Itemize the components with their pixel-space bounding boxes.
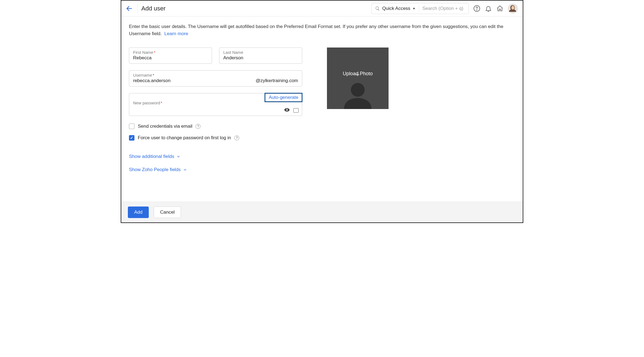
force-change-checkbox[interactable] bbox=[129, 135, 134, 141]
home-button[interactable] bbox=[496, 5, 503, 12]
intro-text: Enter the basic user details. The Userna… bbox=[129, 23, 515, 38]
name-row: First Name* Last Name bbox=[129, 48, 302, 64]
back-button[interactable] bbox=[125, 4, 133, 13]
required-asterisk: * bbox=[154, 50, 155, 55]
upload-photo-label: Upload Photo bbox=[343, 71, 373, 77]
help-button[interactable] bbox=[473, 5, 480, 12]
first-name-field[interactable]: First Name* bbox=[129, 48, 212, 64]
chevron-down-icon bbox=[183, 168, 187, 172]
last-name-label: Last Name bbox=[223, 50, 298, 55]
upload-photo-box[interactable]: ＋ Upload Photo bbox=[327, 48, 389, 109]
form-column: First Name* Last Name Username* @zylkert… bbox=[129, 48, 302, 172]
notifications-button[interactable] bbox=[485, 5, 492, 12]
show-zoho-fields-toggle[interactable]: Show Zoho People fields bbox=[129, 167, 302, 172]
password-field[interactable]: Auto-generate New password* bbox=[129, 93, 302, 116]
help-tooltip-icon[interactable]: ? bbox=[196, 124, 200, 129]
footer-actions: Add Cancel bbox=[121, 202, 523, 222]
header-divider bbox=[137, 4, 137, 13]
required-asterisk: * bbox=[153, 73, 154, 77]
quick-access-label: Quick Access bbox=[382, 6, 410, 11]
search-input[interactable] bbox=[419, 6, 469, 11]
help-icon bbox=[473, 5, 480, 12]
force-change-row: Force user to change password on first l… bbox=[129, 135, 302, 141]
caret-down-icon: ▼ bbox=[412, 7, 415, 10]
page-title: Add user bbox=[141, 5, 166, 12]
svg-point-4 bbox=[511, 6, 514, 10]
force-change-label: Force user to change password on first l… bbox=[138, 135, 231, 141]
person-silhouette-icon bbox=[327, 83, 389, 109]
learn-more-link[interactable]: Learn more bbox=[164, 31, 188, 36]
bell-icon bbox=[485, 5, 492, 12]
search-icon bbox=[375, 6, 380, 11]
last-name-field[interactable]: Last Name bbox=[219, 48, 302, 64]
profile-avatar[interactable] bbox=[508, 4, 518, 13]
username-field[interactable]: Username* @zylkertraining.com bbox=[129, 70, 302, 87]
send-credentials-row: Send credentials via email ? bbox=[129, 124, 302, 129]
header-left: Add user bbox=[125, 4, 166, 13]
help-tooltip-icon[interactable]: ? bbox=[234, 135, 239, 140]
last-name-input[interactable] bbox=[223, 55, 298, 61]
username-wrap: @zylkertraining.com bbox=[133, 78, 298, 83]
first-name-label: First Name bbox=[133, 50, 153, 55]
chevron-down-icon bbox=[176, 154, 181, 159]
password-input[interactable] bbox=[133, 106, 298, 111]
username-label: Username bbox=[133, 73, 152, 77]
username-input[interactable] bbox=[133, 78, 254, 83]
home-icon bbox=[496, 5, 503, 12]
send-credentials-label: Send credentials via email bbox=[138, 124, 192, 129]
main-content: Enter the basic user details. The Userna… bbox=[121, 16, 523, 202]
header-right: Quick Access ▼ bbox=[371, 3, 518, 14]
quick-access-search: Quick Access ▼ bbox=[371, 3, 469, 14]
photo-column: ＋ Upload Photo bbox=[327, 48, 389, 172]
auto-generate-button[interactable]: Auto-generate bbox=[265, 93, 302, 102]
copy-password-button[interactable] bbox=[293, 108, 299, 113]
add-button[interactable]: Add bbox=[128, 207, 149, 218]
arrow-left-icon bbox=[126, 5, 133, 12]
toggle-visibility-button[interactable] bbox=[284, 108, 290, 113]
quick-access-dropdown[interactable]: Quick Access ▼ bbox=[372, 3, 419, 14]
eye-icon bbox=[284, 108, 290, 112]
svg-point-5 bbox=[287, 109, 288, 110]
username-domain: @zylkertraining.com bbox=[254, 78, 298, 83]
password-label: New password bbox=[133, 101, 160, 105]
show-additional-fields-toggle[interactable]: Show additional fields bbox=[129, 154, 302, 159]
app-header: Add user Quick Access ▼ bbox=[121, 1, 523, 16]
avatar-icon bbox=[508, 4, 518, 13]
svg-point-2 bbox=[477, 10, 477, 10]
first-name-input[interactable] bbox=[133, 55, 208, 61]
cancel-button[interactable]: Cancel bbox=[154, 207, 181, 218]
form-area: First Name* Last Name Username* @zylkert… bbox=[129, 48, 515, 172]
required-asterisk: * bbox=[161, 101, 162, 105]
send-credentials-checkbox[interactable] bbox=[129, 124, 134, 129]
password-icons bbox=[284, 108, 299, 113]
